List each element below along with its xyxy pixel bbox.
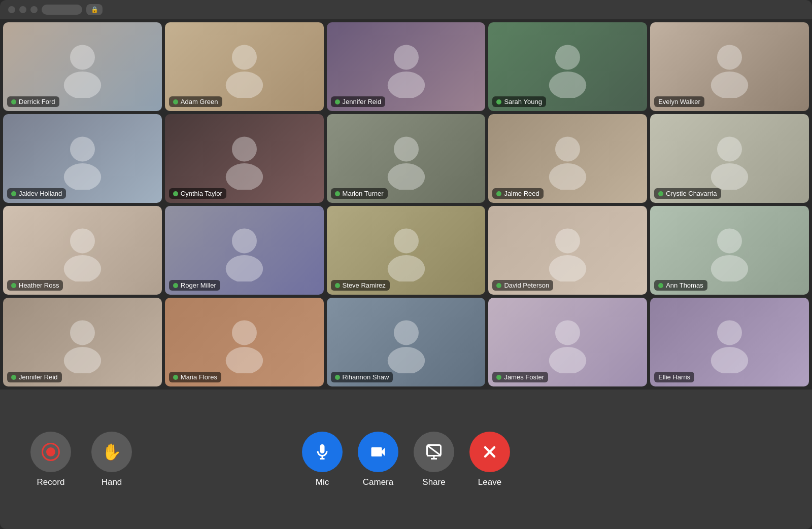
participant-name: Ann Thomas (666, 281, 703, 289)
record-inner (46, 447, 55, 456)
participant-label: Jennifer Reid (7, 372, 62, 382)
share-button[interactable]: Share (414, 432, 454, 487)
mic-active-indicator (11, 375, 16, 380)
video-cell: Jennifer Reid (3, 298, 162, 386)
video-cell: Evelyn Walker (650, 22, 809, 111)
participant-label: Jennifer Reid (331, 96, 386, 107)
participant-name: Ellie Harris (658, 373, 690, 381)
mic-active-indicator (658, 283, 663, 288)
participant-label: Adam Green (169, 96, 222, 107)
camera-label: Camera (363, 477, 393, 487)
svg-point-31 (64, 347, 101, 373)
svg-point-36 (555, 321, 580, 345)
participant-name: Jaime Reed (504, 190, 539, 197)
record-button[interactable]: Record (30, 432, 71, 487)
svg-point-34 (393, 321, 418, 345)
participant-label: Derrick Ford (7, 96, 59, 107)
svg-point-8 (717, 45, 742, 70)
participant-name: Roger Miller (181, 281, 216, 289)
mic-active-indicator (496, 375, 501, 380)
mic-active-indicator (11, 191, 16, 196)
participant-name: Evelyn Walker (658, 98, 700, 105)
participant-name: James Foster (504, 373, 544, 381)
svg-point-1 (64, 72, 101, 97)
svg-point-29 (711, 255, 749, 281)
mic-active-indicator (335, 375, 340, 380)
close-icon (481, 443, 499, 461)
svg-point-26 (555, 229, 580, 254)
mic-button-circle (302, 432, 343, 472)
video-cell: Adam Green (165, 22, 324, 111)
video-cell: Rihannon Shaw (327, 298, 486, 386)
svg-point-17 (549, 163, 587, 189)
traffic-light-min[interactable] (19, 6, 26, 13)
traffic-light-max[interactable] (30, 6, 38, 13)
svg-point-18 (717, 137, 742, 162)
participant-label: Jaime Reed (492, 188, 543, 199)
mic-active-indicator (496, 99, 501, 104)
toolbar-center: Mic Camera Share (302, 432, 510, 487)
participant-label: Rihannon Shaw (331, 372, 393, 382)
record-icon (42, 443, 60, 461)
share-button-circle (414, 432, 454, 472)
toolbar-left: Record ✋ Hand (30, 432, 132, 487)
video-cell: Crystle Chavarria (650, 114, 809, 203)
svg-point-20 (70, 229, 95, 254)
participant-name: Jennifer Reid (19, 373, 58, 381)
video-cell: Jaime Reed (488, 114, 647, 203)
video-cell: Heather Ross (3, 206, 162, 295)
svg-point-12 (232, 137, 257, 162)
svg-point-3 (225, 72, 263, 97)
mic-active-indicator (496, 283, 501, 288)
leave-button[interactable]: Leave (469, 432, 510, 487)
svg-point-30 (70, 321, 95, 345)
svg-point-9 (711, 72, 749, 97)
participant-name: Maria Flores (181, 373, 217, 381)
video-cell: James Foster (488, 298, 647, 386)
svg-point-11 (64, 163, 101, 189)
svg-point-14 (393, 137, 418, 162)
window-pill (42, 5, 82, 15)
svg-point-13 (225, 163, 263, 189)
participant-name: Derrick Ford (19, 98, 55, 105)
participant-label: Steve Ramirez (331, 280, 390, 291)
mic-active-indicator (173, 375, 178, 380)
svg-point-39 (711, 347, 749, 373)
video-cell: Jaidev Holland (3, 114, 162, 203)
hand-label: Hand (101, 477, 122, 487)
svg-point-16 (555, 137, 580, 162)
participant-name: Steve Ramirez (343, 281, 386, 289)
camera-button[interactable]: Camera (358, 432, 398, 487)
mic-active-indicator (496, 191, 501, 196)
traffic-light-close[interactable] (8, 6, 15, 13)
mic-active-indicator (173, 99, 178, 104)
participant-name: Jennifer Reid (343, 98, 382, 105)
participant-label: Maria Flores (169, 372, 221, 382)
svg-point-21 (64, 255, 101, 281)
participant-label: Ann Thomas (654, 280, 707, 291)
participant-label: Sarah Young (492, 96, 546, 107)
video-cell: Cynthia Taylor (165, 114, 324, 203)
svg-point-19 (711, 163, 749, 189)
svg-point-2 (232, 45, 257, 70)
mic-active-indicator (173, 283, 178, 288)
share-icon (425, 443, 443, 461)
participant-label: Crystle Chavarria (654, 188, 721, 199)
hand-button[interactable]: ✋ Hand (91, 432, 132, 487)
svg-point-10 (70, 137, 95, 162)
video-cell: Derrick Ford (3, 22, 162, 111)
share-label: Share (422, 477, 445, 487)
svg-point-4 (393, 45, 418, 70)
participant-name: Heather Ross (19, 281, 59, 289)
participant-label: Roger Miller (169, 280, 220, 291)
camera-button-circle (358, 432, 398, 472)
participant-label: Ellie Harris (654, 372, 694, 382)
video-cell: David Peterson (488, 206, 647, 295)
svg-point-38 (717, 321, 742, 345)
mic-button[interactable]: Mic (302, 432, 343, 487)
participant-label: Jaidev Holland (7, 188, 66, 199)
mic-active-indicator (11, 99, 16, 104)
video-cell: Ellie Harris (650, 298, 809, 386)
svg-point-33 (225, 347, 263, 373)
svg-point-15 (387, 163, 425, 189)
